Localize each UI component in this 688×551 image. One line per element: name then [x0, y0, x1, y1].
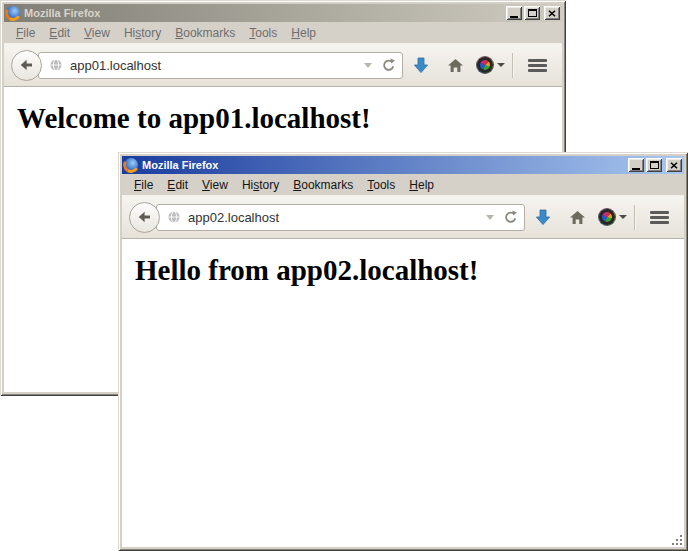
window-title: Mozilla Firefox — [142, 159, 628, 171]
reload-icon[interactable] — [381, 58, 395, 72]
navigation-toolbar: app01.localhost — [4, 43, 562, 87]
color-wheel-icon — [599, 209, 615, 225]
home-button[interactable] — [438, 48, 473, 82]
downloads-button[interactable] — [525, 200, 560, 234]
page-heading: Hello from app02.localhost! — [135, 254, 684, 287]
menu-bookmarks[interactable]: Bookmarks — [168, 24, 242, 42]
close-icon — [670, 162, 678, 169]
addon-caret-icon — [619, 215, 627, 219]
globe-icon — [167, 210, 181, 224]
menu-tools[interactable]: Tools — [360, 176, 402, 194]
menu-edit[interactable]: Edit — [42, 24, 77, 42]
maximize-button[interactable] — [524, 6, 540, 20]
app-menu-button[interactable] — [642, 200, 677, 234]
titlebar[interactable]: Mozilla Firefox — [4, 4, 562, 22]
back-button[interactable] — [11, 50, 42, 81]
back-arrow-icon — [19, 57, 34, 73]
minimize-icon — [632, 168, 640, 170]
minimize-button[interactable] — [506, 6, 522, 20]
maximize-button[interactable] — [646, 158, 662, 172]
hamburger-icon — [650, 211, 669, 214]
back-button[interactable] — [129, 202, 160, 233]
home-button[interactable] — [560, 200, 595, 234]
close-button[interactable] — [666, 158, 682, 172]
back-arrow-icon — [137, 209, 152, 225]
menu-bookmarks[interactable]: Bookmarks — [286, 176, 360, 194]
menu-bar: File Edit View History Bookmarks Tools H… — [4, 22, 562, 43]
menu-help[interactable]: Help — [402, 176, 441, 194]
window-title: Mozilla Firefox — [24, 7, 506, 19]
download-arrow-icon — [413, 57, 429, 74]
page-content-app02: Hello from app02.localhost! — [122, 239, 684, 547]
home-icon — [447, 58, 464, 73]
menu-bar: File Edit View History Bookmarks Tools H… — [122, 174, 684, 195]
browser-window-app02[interactable]: Mozilla Firefox File Edit View History B… — [118, 152, 688, 551]
minimize-icon — [510, 16, 518, 18]
urlbar-dropdown-icon[interactable] — [486, 215, 494, 220]
menu-file[interactable]: File — [127, 176, 160, 194]
addon-colorwheel-button[interactable] — [473, 48, 508, 82]
maximize-icon — [528, 9, 537, 17]
url-input[interactable]: app02.localhost — [156, 204, 525, 231]
url-text: app01.localhost — [70, 58, 364, 73]
color-wheel-icon — [477, 57, 493, 73]
download-arrow-icon — [535, 209, 551, 226]
firefox-logo-icon — [124, 158, 138, 172]
menu-history[interactable]: History — [117, 24, 168, 42]
menu-history[interactable]: History — [235, 176, 286, 194]
titlebar[interactable]: Mozilla Firefox — [122, 156, 684, 174]
firefox-logo-icon — [6, 6, 20, 20]
menu-file[interactable]: File — [9, 24, 42, 42]
page-heading: Welcome to app01.localhost! — [17, 102, 562, 135]
globe-icon — [49, 58, 63, 72]
menu-view[interactable]: View — [77, 24, 117, 42]
toolbar-separator — [634, 205, 635, 230]
reload-icon[interactable] — [503, 210, 517, 224]
minimize-button[interactable] — [628, 158, 644, 172]
menu-view[interactable]: View — [195, 176, 235, 194]
toolbar-separator — [512, 53, 513, 78]
addon-colorwheel-button[interactable] — [595, 200, 630, 234]
menu-edit[interactable]: Edit — [160, 176, 195, 194]
hamburger-icon — [528, 59, 547, 62]
maximize-icon — [650, 161, 659, 169]
navigation-toolbar: app02.localhost — [122, 195, 684, 239]
menu-tools[interactable]: Tools — [242, 24, 284, 42]
menu-help[interactable]: Help — [284, 24, 323, 42]
close-button[interactable] — [544, 6, 560, 20]
url-input[interactable]: app01.localhost — [38, 52, 403, 79]
addon-caret-icon — [497, 63, 505, 67]
app-menu-button[interactable] — [520, 48, 555, 82]
close-icon — [548, 10, 556, 17]
resize-grip[interactable] — [671, 534, 684, 547]
url-text: app02.localhost — [188, 210, 486, 225]
downloads-button[interactable] — [403, 48, 438, 82]
urlbar-dropdown-icon[interactable] — [364, 63, 372, 68]
home-icon — [569, 210, 586, 225]
